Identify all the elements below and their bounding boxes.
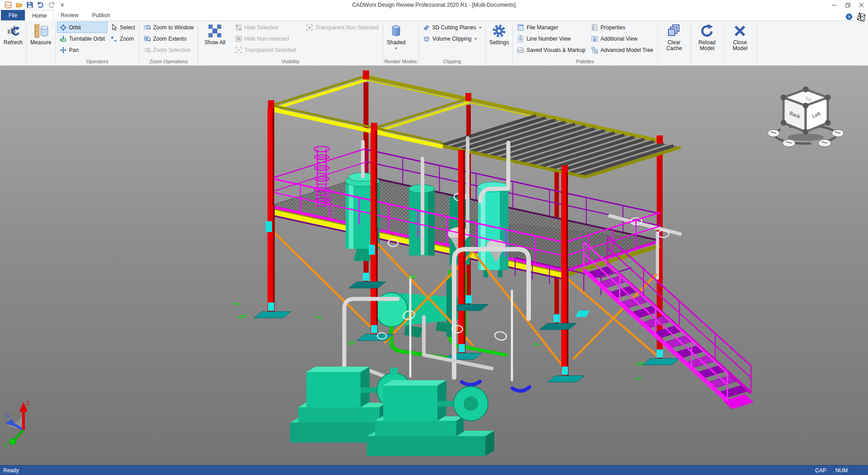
caret-down-icon bbox=[59, 1, 66, 9]
cutting-planes-button[interactable]: 3D Cutting Planes▾ bbox=[420, 22, 484, 33]
pan-icon bbox=[60, 47, 67, 54]
saved-visuals-markup-button[interactable]: Saved Visuals & Markup bbox=[514, 44, 588, 56]
additional-view-button[interactable]: Additional View bbox=[588, 33, 656, 44]
undo-icon bbox=[37, 1, 44, 9]
restore-button[interactable] bbox=[841, 0, 854, 10]
triad-y-label: Y bbox=[4, 442, 8, 449]
triad-x-label: X bbox=[5, 412, 10, 419]
undo-button[interactable] bbox=[37, 1, 44, 9]
zoom-to-window-button[interactable]: Zoom to Window bbox=[141, 22, 197, 33]
application-button[interactable] bbox=[4, 1, 12, 9]
group-separator bbox=[418, 22, 419, 64]
group-label-render-modes: Render Modes bbox=[385, 58, 417, 65]
group-separator bbox=[26, 22, 27, 64]
ribbon-group-render-modes: Shaded▾ Render Modes bbox=[384, 21, 418, 65]
hide-nonselected-icon bbox=[235, 35, 242, 42]
cutting-planes-icon bbox=[423, 24, 430, 31]
line-number-view-button[interactable]: Line Number View bbox=[514, 33, 588, 44]
caps-lock-indicator: CAP bbox=[815, 467, 826, 474]
properties-icon bbox=[591, 24, 598, 31]
app-rvw-icon bbox=[5, 1, 12, 9]
corrugated-roof bbox=[440, 116, 680, 177]
transparent-selected-icon bbox=[235, 47, 242, 54]
tab-review[interactable]: Review bbox=[54, 10, 85, 20]
group-separator bbox=[198, 22, 198, 64]
ribbon-group-visibility: Show All Hide Selected Hide Non-selected… bbox=[199, 21, 382, 65]
group-label-operators: Operators bbox=[57, 58, 138, 65]
shaded-cylinder-icon bbox=[389, 23, 404, 38]
group-label-zoom-operations: Zoom Operations bbox=[141, 58, 197, 65]
application-window: CADWorx Design Review Professional 2020 … bbox=[0, 0, 868, 475]
refresh-button[interactable]: Refresh bbox=[1, 21, 25, 46]
quick-access-toolbar bbox=[0, 1, 66, 9]
select-button[interactable]: Select bbox=[108, 22, 137, 33]
orbit-button[interactable]: Orbit bbox=[57, 22, 108, 33]
close-model-button[interactable]: Close Model bbox=[725, 21, 755, 52]
volume-clipping-button[interactable]: Volume Clipping▾ bbox=[420, 33, 484, 44]
properties-button[interactable]: Properties bbox=[588, 22, 656, 33]
ribbon-group-close-model: Close Model bbox=[724, 21, 756, 65]
ribbon-group-refresh: Refresh bbox=[0, 21, 26, 65]
restore-icon bbox=[845, 3, 850, 8]
num-lock-indicator: NUM bbox=[835, 467, 848, 474]
zoom-extents-button[interactable]: Zoom Extents bbox=[141, 33, 197, 44]
redo-button[interactable] bbox=[47, 1, 55, 9]
turntable-orbit-button[interactable]: Turntable Orbit bbox=[57, 33, 108, 44]
group-separator bbox=[690, 22, 691, 64]
group-separator bbox=[657, 22, 658, 64]
group-separator bbox=[723, 22, 724, 64]
triad-z-label: Z bbox=[26, 400, 30, 407]
show-all-button[interactable]: Show All bbox=[202, 21, 228, 46]
tab-publish[interactable]: Publish bbox=[85, 10, 117, 20]
ribbon: Refresh Measure Orbit Turntable Orbit Pa… bbox=[0, 21, 868, 66]
zoom-selection-button: Zoom Selection bbox=[141, 44, 197, 56]
file-manager-button[interactable]: File Manager bbox=[514, 22, 588, 33]
reload-model-button[interactable]: Reload Model bbox=[692, 21, 722, 52]
pan-button[interactable]: Pan bbox=[57, 44, 108, 56]
zoom-extents-icon bbox=[144, 35, 151, 42]
minimize-icon bbox=[832, 3, 837, 8]
open-button[interactable] bbox=[15, 1, 23, 9]
help-button[interactable] bbox=[845, 13, 853, 21]
title-bar: CADWorx Design Review Professional 2020 … bbox=[0, 0, 868, 10]
gear-icon bbox=[492, 23, 507, 38]
caret-down-icon: ▾ bbox=[475, 37, 477, 41]
minimize-button[interactable] bbox=[827, 0, 841, 10]
measure-button[interactable]: Measure bbox=[28, 21, 54, 46]
measure-icon bbox=[33, 23, 48, 38]
refresh-icon bbox=[6, 23, 21, 38]
group-label-palettes: Palettes bbox=[514, 58, 656, 65]
select-cursor-icon bbox=[110, 24, 117, 31]
window-controls bbox=[827, 0, 868, 10]
viewport-3d[interactable]: Top Back Left Z X Y bbox=[0, 66, 868, 465]
file-manager-icon bbox=[517, 24, 524, 31]
view-cube[interactable]: Top Back Left bbox=[768, 87, 844, 147]
status-bar: Ready CAP NUM bbox=[0, 465, 868, 475]
shaded-button[interactable]: Shaded▾ bbox=[385, 21, 408, 50]
group-separator bbox=[55, 22, 56, 64]
save-button[interactable] bbox=[26, 1, 33, 9]
status-message: Ready bbox=[3, 467, 19, 474]
advanced-model-tree-button[interactable]: Advanced Model Tree bbox=[588, 44, 656, 56]
ribbon-group-zoom-operations: Zoom to Window Zoom Extents Zoom Selecti… bbox=[140, 21, 197, 65]
turntable-orbit-icon bbox=[60, 35, 67, 42]
ribbon-tab-bar: File Home Review Publish bbox=[0, 10, 868, 21]
tab-file[interactable]: File bbox=[1, 10, 25, 20]
hexagon-logo bbox=[856, 11, 867, 22]
pump-unit-2 bbox=[367, 380, 494, 456]
tab-home[interactable]: Home bbox=[25, 10, 54, 21]
customize-qat-button[interactable] bbox=[58, 1, 66, 9]
axis-triad: Z X Y bbox=[4, 400, 30, 449]
redo-icon bbox=[48, 1, 55, 9]
orbit-icon bbox=[60, 24, 67, 31]
hide-selected-button: Hide Selected bbox=[232, 22, 299, 33]
zoom-button[interactable]: Zoom bbox=[108, 33, 137, 44]
settings-button[interactable]: Settings bbox=[487, 21, 511, 46]
window-title: CADWorx Design Review Professional 2020 … bbox=[0, 0, 868, 10]
saved-visuals-icon bbox=[517, 47, 524, 54]
zoom-icon bbox=[110, 35, 117, 42]
close-button[interactable] bbox=[854, 0, 868, 10]
zoom-selection-icon bbox=[144, 47, 151, 54]
clear-cache-button[interactable]: Clear Cache bbox=[659, 21, 689, 52]
ribbon-group-operators: Orbit Turntable Orbit Pan Select Zoom Op… bbox=[56, 21, 139, 65]
